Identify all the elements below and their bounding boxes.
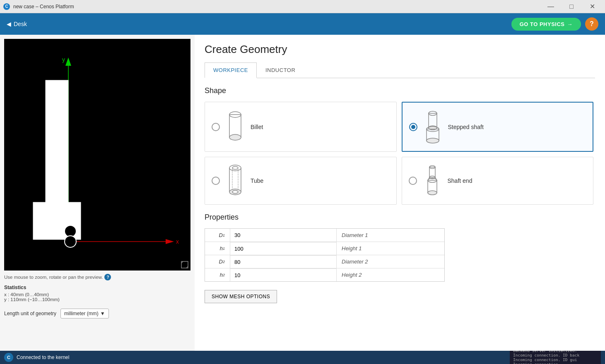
connected-label: Connected to the kernel [17, 354, 69, 360]
svg-text:y: y [62, 56, 65, 63]
properties-table: D1 Diameter 1 h1 Height 1 D2 Diamet [205, 228, 445, 282]
billet-icon [225, 110, 246, 144]
go-to-physics-button[interactable]: GO TO PHYSICS → [511, 18, 581, 31]
h1-symbol: h1 [205, 242, 230, 255]
shape-card-tube[interactable]: Tube [205, 157, 397, 205]
viewport-hint-text: Use mouse to zoom, rotate or pan the pre… [4, 275, 103, 280]
stepped-shaft-label: Stepped shaft [448, 124, 484, 130]
title-bar-left: C new case – Cenos Platform [3, 3, 74, 10]
property-row-h2: h2 Height 2 [205, 268, 444, 281]
svg-rect-0 [4, 39, 190, 271]
svg-text:x: x [176, 238, 179, 245]
main-content: y x Use mou [0, 35, 605, 351]
shaft-end-icon [422, 164, 443, 198]
d2-symbol: D2 [205, 255, 230, 268]
console-line-4: Incoming connection. [513, 362, 598, 364]
stat-x: x : 40mm (0…40mm) [4, 292, 190, 297]
property-row-h1: h1 Height 1 [205, 242, 444, 255]
tab-inductor[interactable]: INDUCTOR [257, 62, 304, 78]
stats-title: Statistics [4, 285, 190, 290]
stepped-shaft-icon [422, 109, 443, 144]
window-controls: — □ ✕ [541, 0, 602, 13]
right-scroll-area[interactable]: Shape Billet [205, 78, 595, 351]
length-unit-row: Length unit of geometry millimeter (mm) … [4, 309, 190, 318]
svg-point-24 [232, 167, 238, 170]
status-left: C Connected to the kernel [4, 353, 69, 362]
top-nav: ◀ Desk GO TO PHYSICS → ? [0, 13, 605, 35]
back-arrow-icon: ◀ [7, 21, 11, 27]
stats-section: Statistics x : 40mm (0…40mm) y : 110mm (… [4, 285, 190, 302]
svg-point-9 [65, 225, 76, 237]
d1-description: Diameter 1 [337, 229, 444, 242]
properties-section-title: Properties [205, 213, 593, 222]
shaft-end-radio[interactable] [409, 177, 417, 185]
cenos-icon: C [4, 353, 13, 362]
d2-description: Diameter 2 [337, 255, 444, 268]
svg-rect-15 [229, 115, 241, 137]
svg-point-30 [232, 191, 238, 194]
page-title: Create Geometry [205, 43, 595, 56]
viewport-panel: y x Use mou [0, 35, 195, 351]
unit-value: millimeter (mm) [64, 311, 99, 316]
h1-description: Height 1 [337, 242, 444, 255]
app-title: new case – Cenos Platform [13, 4, 74, 10]
shape-grid: Billet [205, 102, 593, 205]
unit-dropdown-icon: ▼ [100, 311, 105, 316]
viewport-hint: Use mouse to zoom, rotate or pan the pre… [4, 274, 190, 280]
shape-card-shaft-end[interactable]: Shaft end [402, 157, 594, 205]
console-line-2: Incoming connection. ID back [513, 353, 598, 357]
shaft-end-label: Shaft end [448, 177, 472, 184]
minimize-button[interactable]: — [541, 0, 560, 13]
stepped-shaft-radio[interactable] [409, 123, 417, 131]
console-line-3: Incoming connection. ID gui [513, 357, 598, 362]
svg-rect-7 [46, 80, 68, 202]
d1-symbol: D1 [205, 229, 230, 242]
h2-description: Height 2 [337, 268, 444, 281]
svg-point-22 [427, 138, 439, 143]
h1-input[interactable] [230, 242, 337, 255]
nav-right: GO TO PHYSICS → ? [511, 17, 598, 31]
show-mesh-button[interactable]: SHOW MESH OPTIONS [205, 290, 277, 303]
close-button[interactable]: ✕ [583, 0, 602, 13]
title-bar: C new case – Cenos Platform — □ ✕ [0, 0, 605, 13]
svg-point-16 [229, 134, 241, 140]
stepped-shaft-radio-inner [411, 125, 415, 129]
tube-radio[interactable] [212, 177, 220, 185]
status-bar: C Connected to the kernel Backend server… [0, 351, 605, 364]
help-button[interactable]: ? [585, 17, 598, 31]
h2-symbol: h2 [205, 268, 230, 281]
property-row-d1: D1 Diameter 1 [205, 229, 444, 242]
d1-input[interactable] [230, 229, 337, 242]
tube-icon [225, 164, 246, 198]
hint-help-icon[interactable]: ? [104, 274, 111, 280]
property-row-d2: D2 Diameter 2 [205, 255, 444, 268]
app-icon: C [3, 3, 10, 10]
properties-table-container: D1 Diameter 1 h1 Height 1 D2 Diamet [205, 228, 593, 282]
d2-input[interactable] [230, 255, 337, 268]
shape-card-stepped-shaft[interactable]: Stepped shaft [402, 102, 594, 152]
3d-viewport[interactable]: y x [4, 39, 190, 271]
stat-y: y : 110mm (−10…100mm) [4, 297, 190, 302]
status-console: Backend server initialized. Incoming con… [510, 351, 601, 364]
desk-label: Desk [14, 21, 27, 27]
length-unit-label: Length unit of geometry [4, 311, 56, 316]
svg-point-38 [428, 191, 437, 195]
svg-point-10 [65, 236, 76, 247]
h2-input[interactable] [230, 268, 337, 281]
go-physics-arrow-icon: → [567, 21, 573, 27]
tube-label: Tube [251, 177, 263, 184]
shape-section-title: Shape [205, 86, 593, 95]
shape-card-billet[interactable]: Billet [205, 102, 397, 152]
billet-label: Billet [251, 124, 263, 130]
back-to-desk[interactable]: ◀ Desk [7, 21, 27, 27]
go-physics-label: GO TO PHYSICS [520, 21, 565, 27]
maximize-button[interactable]: □ [562, 0, 581, 13]
tabs: WORKPIECE INDUCTOR [205, 62, 595, 78]
tab-workpiece[interactable]: WORKPIECE [205, 62, 257, 78]
right-panel: Create Geometry WORKPIECE INDUCTOR Shape [195, 35, 605, 351]
length-unit-select[interactable]: millimeter (mm) ▼ [60, 309, 109, 318]
billet-radio[interactable] [212, 123, 220, 131]
